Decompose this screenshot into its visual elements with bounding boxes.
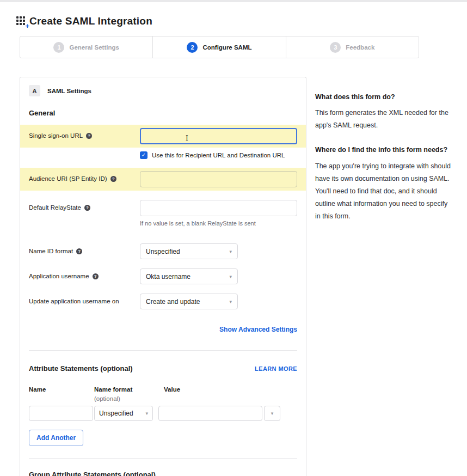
sso-url-input[interactable] <box>140 128 297 144</box>
column-optional: (optional) <box>94 395 164 402</box>
step-number-badge: 2 <box>187 42 198 53</box>
page-title: Create SAML Integration <box>29 15 152 27</box>
show-advanced-settings-link[interactable]: Show Advanced Settings <box>219 326 297 333</box>
help-icon[interactable]: ? <box>84 205 90 211</box>
column-value: Value <box>164 386 180 402</box>
create-saml-page: + Create SAML Integration 1 General Sett… <box>0 15 467 476</box>
attribute-name-input[interactable] <box>29 406 93 421</box>
update-username-label: Update application username on <box>29 298 119 304</box>
step-label: General Settings <box>69 44 119 51</box>
help-question-1: What does this form do? <box>315 92 452 102</box>
chevron-down-icon: ▾ <box>145 411 148 416</box>
attribute-statement-row: Unspecified ▾ ▾ <box>29 406 297 421</box>
audience-uri-input[interactable] <box>140 171 297 187</box>
attribute-columns-header: Name Name format (optional) Value <box>29 386 297 402</box>
help-sidebar: What does this form do? This form genera… <box>315 77 452 236</box>
wizard-stepper: 1 General Settings 2 Configure SAML 3 Fe… <box>20 36 419 58</box>
attribute-format-value: Unspecified <box>99 410 133 417</box>
relay-state-row: Default RelayState ? If no value is set,… <box>29 200 297 227</box>
add-application-icon: + <box>16 15 28 27</box>
recipient-url-checkbox-label: Use this for Recipient URL and Destinati… <box>152 152 285 158</box>
help-icon[interactable]: ? <box>93 273 99 279</box>
update-username-value: Create and update <box>146 298 200 306</box>
relay-state-hint: If no value is set, a blank RelayState i… <box>140 220 297 227</box>
chevron-down-icon: ▾ <box>229 249 232 254</box>
help-icon[interactable]: ? <box>110 176 116 182</box>
saml-settings-header: A SAML Settings <box>29 85 297 96</box>
learn-more-link[interactable]: LEARN MORE <box>255 365 297 372</box>
step-label: Feedback <box>346 44 374 51</box>
update-username-select[interactable]: Create and update ▾ <box>140 294 238 309</box>
update-username-row: Update application username on Create an… <box>29 294 297 309</box>
app-grid-icon <box>16 16 25 25</box>
section-divider <box>29 350 297 351</box>
add-another-button[interactable]: Add Another <box>29 430 83 446</box>
group-attribute-statements-title: Group Attribute Statements (optional) <box>29 471 297 476</box>
top-toolbar-edge <box>0 0 467 2</box>
help-icon[interactable]: ? <box>76 248 82 254</box>
name-id-format-row: Name ID format ? Unspecified ▾ <box>29 243 297 259</box>
step-label: Configure SAML <box>202 44 251 51</box>
step-feedback[interactable]: 3 Feedback <box>286 36 419 58</box>
audience-uri-label: Audience URI (SP Entity ID) <box>29 175 107 182</box>
help-answer-1: This form generates the XML needed for t… <box>315 107 452 132</box>
section-divider <box>29 458 297 459</box>
sso-url-row: Single sign-on URL ? I <box>20 125 306 148</box>
step-configure-saml[interactable]: 2 Configure SAML <box>152 36 285 58</box>
application-username-label: Application username <box>29 273 89 279</box>
saml-settings-panel: A SAML Settings General Single sign-on U… <box>20 77 306 476</box>
audience-uri-row: Audience URI (SP Entity ID) ? <box>20 168 306 191</box>
recipient-url-checkbox-row: ✓ Use this for Recipient URL and Destina… <box>140 151 297 159</box>
name-id-format-select[interactable]: Unspecified ▾ <box>140 243 238 259</box>
name-id-format-label: Name ID format <box>29 248 73 254</box>
relay-state-input[interactable] <box>140 200 297 216</box>
attribute-format-select[interactable]: Unspecified ▾ <box>94 406 153 421</box>
help-answer-2: The app you're trying to integrate with … <box>315 160 452 223</box>
application-username-select[interactable]: Okta username ▾ <box>140 268 238 284</box>
page-title-row: + Create SAML Integration <box>16 15 452 27</box>
column-name: Name <box>29 386 94 402</box>
plus-icon: + <box>25 22 29 29</box>
relay-state-label: Default RelayState <box>29 204 81 211</box>
chevron-down-icon: ▾ <box>229 274 232 279</box>
step-general-settings[interactable]: 1 General Settings <box>20 36 152 58</box>
step-number-badge: 1 <box>53 42 64 53</box>
chevron-down-icon: ▾ <box>229 299 232 304</box>
chevron-down-icon: ▾ <box>271 411 274 416</box>
attribute-value-input[interactable] <box>158 406 262 421</box>
section-a-badge: A <box>29 85 40 96</box>
application-username-row: Application username ? Okta username ▾ <box>29 268 297 284</box>
sso-url-label: Single sign-on URL <box>29 132 83 139</box>
application-username-value: Okta username <box>146 273 191 280</box>
help-question-2: Where do I find the info this form needs… <box>315 145 452 155</box>
step-number-badge: 3 <box>330 42 341 53</box>
general-section-heading: General <box>29 109 297 117</box>
recipient-url-checkbox[interactable]: ✓ <box>140 151 148 159</box>
name-id-format-value: Unspecified <box>146 248 180 255</box>
help-icon[interactable]: ? <box>86 133 92 139</box>
saml-settings-title: SAML Settings <box>47 88 91 94</box>
attribute-value-picker[interactable]: ▾ <box>264 406 280 421</box>
column-name-format: Name format <box>94 386 164 393</box>
content-area: A SAML Settings General Single sign-on U… <box>20 77 452 476</box>
attribute-statements-title: Attribute Statements (optional) <box>29 364 133 373</box>
